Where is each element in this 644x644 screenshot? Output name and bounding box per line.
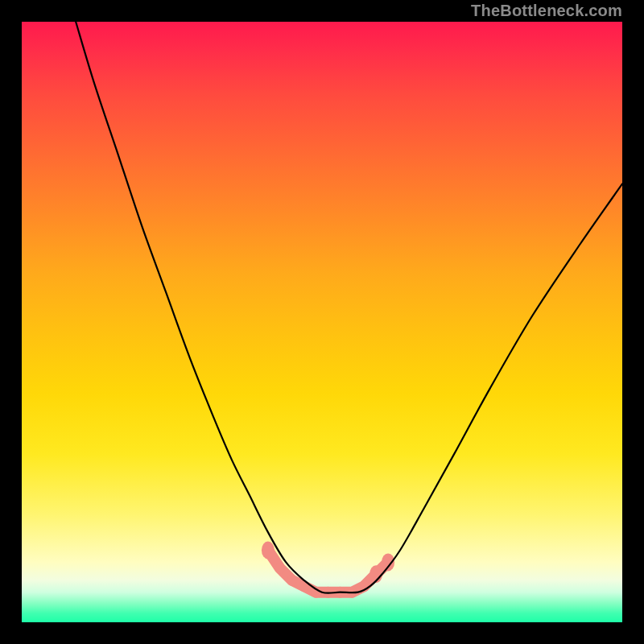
chart-frame: TheBottleneck.com: [0, 0, 644, 644]
valley-marker: [262, 542, 275, 559]
valley-markers: [262, 542, 394, 598]
curve-svg: [22, 22, 622, 622]
valley-marker: [275, 563, 285, 574]
plot-area: [22, 22, 622, 622]
bottleneck-curve: [76, 22, 622, 593]
watermark-text: TheBottleneck.com: [471, 0, 622, 22]
valley-marker: [287, 575, 297, 586]
